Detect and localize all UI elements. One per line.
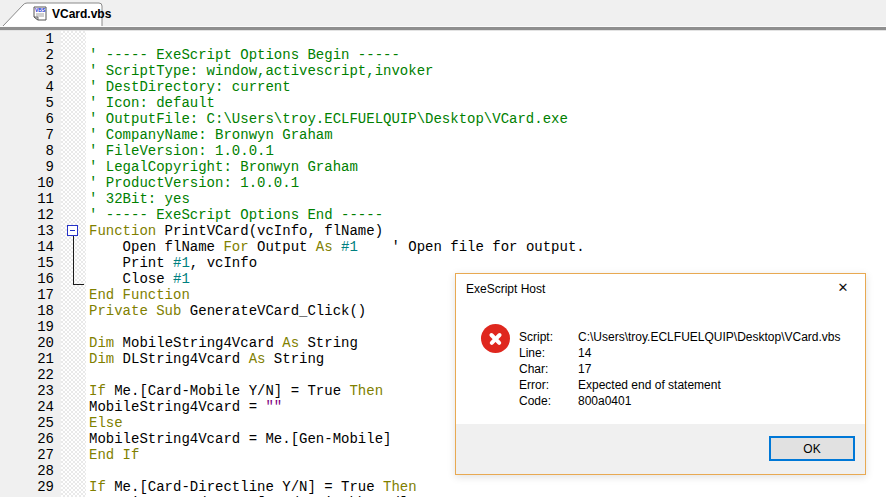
fold-margin [61, 175, 86, 191]
code-text[interactable] [86, 319, 89, 335]
line-number: 19 [0, 319, 61, 335]
code-text[interactable]: Else [86, 415, 123, 431]
code-text[interactable]: ' CompanyName: Bronwyn Graham [86, 127, 333, 143]
code-line: 6' OutputFile: C:\Users\troy.ECLFUELQUIP… [0, 111, 886, 127]
fold-margin [61, 127, 86, 143]
line-number: 6 [0, 111, 61, 127]
code-text[interactable]: ' FileVersion: 1.0.0.1 [86, 143, 274, 159]
line-number: 10 [0, 175, 61, 191]
fold-margin [61, 399, 86, 415]
exescript-host-dialog: ExeScript Host ✕ Script:C:\Users\troy.EC… [455, 273, 866, 475]
code-line: 9' LegalCopyright: Bronwyn Graham [0, 159, 886, 175]
line-number: 21 [0, 351, 61, 367]
code-text[interactable]: Print #1, vcInfo [86, 255, 257, 271]
code-text[interactable]: ' LegalCopyright: Bronwyn Graham [86, 159, 358, 175]
code-line: 4' DestDirectory: current [0, 79, 886, 95]
line-number: 7 [0, 127, 61, 143]
code-text[interactable] [86, 463, 89, 479]
field-value: 800a0401 [578, 394, 631, 408]
ok-button[interactable]: OK [769, 436, 855, 461]
code-line: 15 Print #1, vcInfo [0, 255, 886, 271]
fold-margin [61, 31, 86, 47]
line-number: 18 [0, 303, 61, 319]
tab-bar: VBS VCard.vbs [0, 0, 886, 26]
line-number: 28 [0, 463, 61, 479]
fold-margin [61, 367, 86, 383]
tab-vcard-vbs[interactable]: VBS VCard.vbs [2, 2, 106, 26]
code-text[interactable]: ' ProductVersion: 1.0.0.1 [86, 175, 299, 191]
error-details: Script:C:\Users\troy.ECLFUELQUIP\Desktop… [519, 329, 841, 409]
field-label: Char: [519, 361, 578, 377]
line-number: 24 [0, 399, 61, 415]
code-text[interactable]: MobileString4Vcard = "" [86, 399, 282, 415]
dialog-titlebar[interactable]: ExeScript Host ✕ [456, 274, 865, 302]
fold-margin [61, 255, 86, 271]
line-number: 1 [0, 31, 61, 47]
code-line: 1 [0, 31, 886, 47]
code-text[interactable]: Open flName For Output As #1 ' Open file… [86, 239, 585, 255]
code-text[interactable]: Close #1 [86, 271, 190, 287]
fold-margin [61, 207, 86, 223]
line-number: 12 [0, 207, 61, 223]
line-number: 27 [0, 447, 61, 463]
code-text[interactable]: ' ----- ExeScript Options End ----- [86, 207, 383, 223]
vbs-file-icon: VBS [32, 6, 48, 22]
code-text[interactable]: Function PrintVCard(vcInfo, flName) [86, 223, 383, 239]
tab-label: VCard.vbs [52, 7, 111, 21]
code-line: 5' Icon: default [0, 95, 886, 111]
fold-margin [61, 111, 86, 127]
code-text[interactable]: Dim DLString4Vcard As String [86, 351, 324, 367]
field-value: C:\Users\troy.ECLFUELQUIP\Desktop\VCard.… [578, 330, 841, 344]
code-text[interactable]: ' OutputFile: C:\Users\troy.ECLFUELQUIP\… [86, 111, 568, 127]
line-number: 5 [0, 95, 61, 111]
fold-margin [61, 415, 86, 431]
line-number: 11 [0, 191, 61, 207]
code-text[interactable]: End Function [86, 287, 190, 303]
code-text[interactable]: ' 32Bit: yes [86, 191, 190, 207]
code-text[interactable] [86, 31, 89, 47]
line-number: 14 [0, 239, 61, 255]
field-label: Code: [519, 393, 578, 409]
field-label: Error: [519, 377, 578, 393]
line-number: 3 [0, 63, 61, 79]
code-line: 7' CompanyName: Bronwyn Graham [0, 127, 886, 143]
field-value: 14 [578, 346, 591, 360]
line-number: 23 [0, 383, 61, 399]
code-text[interactable]: ' ----- ExeScript Options Begin ----- [86, 47, 400, 63]
field-value: 17 [578, 362, 591, 376]
line-number: 16 [0, 271, 61, 287]
field-label: Script: [519, 329, 578, 345]
field-error: Error:Expected end of statement [519, 377, 841, 393]
fold-margin [61, 239, 86, 255]
line-number: 25 [0, 415, 61, 431]
code-text[interactable]: If Me.[Card-Directline Y/N] = True Then [86, 479, 417, 495]
line-number: 9 [0, 159, 61, 175]
code-text[interactable]: End If [86, 447, 139, 463]
line-number: 8 [0, 143, 61, 159]
code-text[interactable]: ' Icon: default [86, 95, 215, 111]
fold-margin [61, 159, 86, 175]
field-code: Code:800a0401 [519, 393, 841, 409]
code-text[interactable]: MobileString4Vcard = Me.[Gen-Mobile] [86, 431, 391, 447]
dialog-footer: OK [456, 424, 865, 474]
fold-collapse-icon[interactable] [67, 225, 78, 236]
fold-margin [61, 47, 86, 63]
vbs-icon-text: VBS [35, 7, 46, 13]
fold-margin [61, 287, 86, 303]
line-number: 20 [0, 335, 61, 351]
code-text[interactable]: Dim MobileString4Vcard As String [86, 335, 358, 351]
line-number: 2 [0, 47, 61, 63]
code-text[interactable]: If Me.[Card-Mobile Y/N] = True Then [86, 383, 383, 399]
line-number: 17 [0, 287, 61, 303]
fold-margin [61, 431, 86, 447]
code-line: 8' FileVersion: 1.0.0.1 [0, 143, 886, 159]
code-text[interactable]: Private Sub GenerateVCard_Click() [86, 303, 366, 319]
field-char: Char:17 [519, 361, 841, 377]
close-icon[interactable]: ✕ [834, 279, 852, 297]
fold-margin [61, 335, 86, 351]
code-text[interactable]: ' ScriptType: window,activescript,invoke… [86, 63, 433, 79]
code-line: 12' ----- ExeScript Options End ----- [0, 207, 886, 223]
code-text[interactable]: ' DestDirectory: current [86, 79, 291, 95]
code-text[interactable] [86, 367, 89, 383]
fold-margin [61, 319, 86, 335]
